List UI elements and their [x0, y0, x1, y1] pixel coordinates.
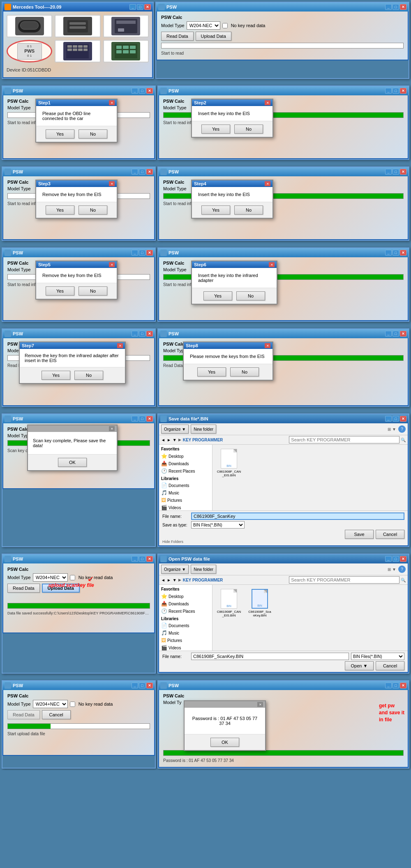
psw-step2-min[interactable]: _ [385, 88, 392, 94]
open-file-item-2[interactable]: BIN C861908F_ScanKey.BIN [247, 589, 272, 617]
save-filename-input[interactable] [191, 512, 404, 520]
s6-min[interactable]: _ [385, 250, 392, 256]
open-tree-desktop[interactable]: ⭐ Desktop [161, 593, 210, 600]
psw-top-close[interactable]: ✕ [400, 4, 406, 10]
s7-close[interactable]: ✕ [146, 331, 153, 337]
device-item-6[interactable] [103, 40, 149, 62]
step7-yes[interactable]: Yes [42, 371, 70, 380]
save-file-item-1[interactable]: BIN C861908F_CAN_EIS.BIN [217, 449, 241, 477]
step8-dialog-close[interactable]: ✕ [265, 343, 270, 348]
open-cancel-btn[interactable]: Cancel [376, 661, 404, 670]
device-item-4-pws[interactable]: 0 1 PWS 0 1 [7, 40, 52, 62]
open-search-input[interactable] [289, 576, 399, 584]
s4-max[interactable]: □ [393, 169, 399, 175]
r1-close[interactable]: ✕ [146, 683, 153, 688]
s8-close[interactable]: ✕ [400, 331, 406, 337]
r1-no-key-cb[interactable] [70, 702, 75, 707]
step6-no[interactable]: No [236, 291, 265, 300]
open-tree-pictures[interactable]: 🖼 Pictures [161, 637, 210, 644]
step3-dialog-close[interactable]: ✕ [109, 181, 115, 186]
r2-max[interactable]: □ [393, 683, 399, 688]
s5-min[interactable]: _ [132, 250, 138, 256]
save-min[interactable]: _ [385, 416, 392, 422]
upload-max[interactable]: □ [139, 556, 145, 562]
no-key-checkbox[interactable] [222, 23, 228, 28]
s5-close[interactable]: ✕ [146, 250, 153, 256]
step5-yes[interactable]: Yes [46, 286, 74, 295]
mercedes-close[interactable]: ✕ [144, 4, 151, 10]
step4-yes[interactable]: Yes [201, 205, 230, 215]
step1-no-btn[interactable]: No [79, 129, 107, 139]
psw-step1-close[interactable]: ✕ [146, 88, 153, 94]
s5-max[interactable]: □ [139, 250, 145, 256]
s8-min[interactable]: _ [385, 331, 392, 337]
open-file-item-1[interactable]: BIN C861908F_CAN_EIS.BIN [217, 589, 241, 617]
model-type-select[interactable]: W204-NEC [187, 21, 220, 30]
scan-dialog-close[interactable]: ✕ [109, 426, 115, 431]
step5-no[interactable]: No [79, 286, 107, 295]
open-tree-music[interactable]: 🎵 Music [161, 629, 210, 637]
r1-read-btn[interactable]: Read Data [7, 710, 40, 719]
scan-ok-btn[interactable]: OK [58, 458, 87, 467]
open-new-folder-btn[interactable]: New folder [191, 565, 216, 574]
upload-model-select[interactable]: W204+NEC [33, 573, 68, 582]
s3-max[interactable]: □ [139, 169, 145, 175]
upload-read-btn[interactable]: Read Data [7, 584, 40, 593]
mercedes-minimize[interactable]: _ [129, 4, 136, 10]
psw-top-minimize[interactable]: _ [385, 4, 392, 10]
mercedes-maximize[interactable]: □ [137, 4, 143, 10]
save-tree-downloads[interactable]: 📥 Downloads [161, 460, 210, 467]
open-filetype-select[interactable]: BIN Files(*.BIN) [351, 653, 404, 660]
save-save-btn[interactable]: Save [345, 530, 374, 539]
step5-dialog-close[interactable]: ✕ [109, 262, 115, 267]
psw-step2-max[interactable]: □ [393, 88, 399, 94]
s7-max[interactable]: □ [139, 331, 145, 337]
open-tree-videos[interactable]: 🎬 Videos [161, 644, 210, 651]
step8-no[interactable]: No [230, 367, 259, 376]
r2-close[interactable]: ✕ [400, 683, 406, 688]
open-filename-input[interactable] [191, 653, 349, 660]
sc-min[interactable]: _ [132, 416, 138, 422]
pw-dialog-close[interactable]: ✕ [257, 702, 263, 707]
save-tree-music[interactable]: 🎵 Music [161, 489, 210, 496]
s8-max[interactable]: □ [393, 331, 399, 337]
sc-close[interactable]: ✕ [146, 416, 153, 422]
device-item-3[interactable] [103, 15, 149, 37]
psw-step2-close[interactable]: ✕ [400, 88, 406, 94]
step3-no[interactable]: No [79, 205, 107, 215]
open-help-icon[interactable]: ? [398, 566, 406, 573]
r1-cancel-btn[interactable]: Cancel [42, 710, 71, 719]
step8-yes[interactable]: Yes [197, 367, 226, 376]
save-organize-btn[interactable]: Organize ▼ [161, 425, 189, 434]
psw-top-maximize[interactable]: □ [393, 4, 399, 10]
step2-no-btn[interactable]: No [234, 125, 263, 134]
upload-no-key-cb[interactable] [70, 575, 75, 580]
step4-dialog-close[interactable]: ✕ [265, 181, 270, 186]
upload-close[interactable]: ✕ [146, 556, 153, 562]
read-data-btn[interactable]: Read Data [161, 32, 194, 41]
sc-max[interactable]: □ [139, 416, 145, 422]
upload-data-btn[interactable]: Upload Data [196, 32, 231, 41]
psw-step1-max[interactable]: □ [139, 88, 145, 94]
save-close[interactable]: ✕ [400, 416, 406, 422]
open-close[interactable]: ✕ [400, 556, 406, 562]
s4-min[interactable]: _ [385, 169, 392, 175]
open-organize-btn[interactable]: Organize ▼ [161, 565, 189, 574]
save-filetype-select[interactable]: BIN Files(*.BIN) [191, 521, 245, 529]
s6-max[interactable]: □ [393, 250, 399, 256]
step7-no[interactable]: No [74, 371, 103, 380]
r2-min[interactable]: _ [385, 683, 392, 688]
step7-dialog-close[interactable]: ✕ [117, 343, 123, 348]
step2-dialog-close[interactable]: ✕ [265, 100, 270, 105]
r1-model-select[interactable]: W204+NEC [33, 700, 68, 708]
step6-dialog-close[interactable]: ✕ [269, 262, 275, 267]
s6-close[interactable]: ✕ [400, 250, 406, 256]
open-max[interactable]: □ [393, 556, 399, 562]
device-item-5[interactable] [55, 40, 100, 62]
s4-close[interactable]: ✕ [400, 169, 406, 175]
step2-yes-btn[interactable]: Yes [201, 125, 230, 134]
upload-min[interactable]: _ [132, 556, 138, 562]
step3-yes[interactable]: Yes [46, 205, 74, 215]
psw-step1-min[interactable]: _ [132, 88, 138, 94]
device-item-2[interactable] [55, 15, 100, 37]
